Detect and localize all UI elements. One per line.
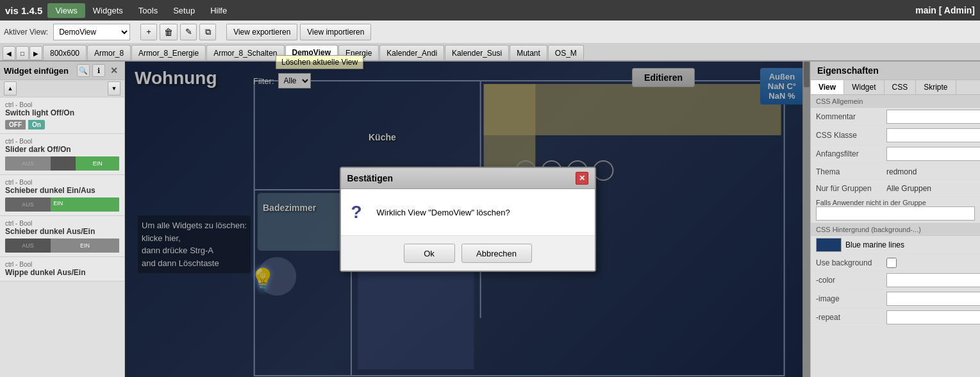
toolbar: Aktiver View: DemoView + 🗑 ✎ ⧉ View expo…: [0, 21, 980, 44]
tab-kalender-susi[interactable]: Kalender_Susi: [445, 45, 509, 60]
tab-mutant[interactable]: Mutant: [510, 45, 547, 60]
widget-meta-2: ctrl - Bool: [5, 138, 119, 145]
prop-input-kommentar[interactable]: [886, 110, 980, 124]
add-view-button[interactable]: +: [140, 24, 157, 40]
import-view-button[interactable]: View importieren: [300, 24, 371, 40]
tab-armor8-schalten[interactable]: Armor_8_Schalten: [206, 45, 284, 60]
menu-item-hilfe[interactable]: Hilfe: [203, 3, 235, 18]
tab-os-m[interactable]: OS_M: [548, 45, 584, 60]
prop-input-anfangsfilter[interactable]: [886, 147, 980, 161]
right-tabs: View Widget CSS Skripte: [811, 80, 980, 95]
prop-row-color: -color: [811, 271, 980, 290]
prop-input-repeat[interactable]: [886, 310, 980, 324]
modal-ok-button[interactable]: Ok: [404, 244, 455, 263]
prop-label-color: -color: [816, 276, 886, 285]
right-tab-css[interactable]: CSS: [884, 80, 917, 94]
menu-item-setup[interactable]: Setup: [165, 3, 203, 18]
prop-row-repeat: -repeat: [811, 308, 980, 327]
export-view-button[interactable]: View exportieren: [226, 24, 297, 40]
widget-name-5: Wippe dunkel Aus/Ein: [5, 268, 119, 277]
sidebar-header: Widget einfügen 🔍 ℹ ✕: [0, 62, 124, 80]
widget-item-slider-dark-offon[interactable]: ctrl - Bool Slider dark Off/On AUS EIN: [0, 134, 124, 175]
prop-row-gruppen: Nur für Gruppen Alle Gruppen: [811, 180, 980, 197]
tab-armor8-energie[interactable]: Armor_8_Energie: [131, 45, 206, 60]
prop-label-anfangsfilter: Anfangsfilter: [816, 149, 886, 158]
widget-name-4: Schieber dunkel Aus/Ein: [5, 227, 119, 236]
menu-item-views[interactable]: Views: [47, 3, 85, 18]
css-allgemein-label: CSS Allgemein: [811, 95, 980, 108]
modal-overlay: Bestätigen ✕ ? Wirklich View "DemoView" …: [125, 62, 810, 377]
prop-label-css-klasse: CSS Klasse: [816, 131, 886, 140]
widget-meta-3: ctrl - Bool: [5, 179, 119, 186]
prop-row-falls-anwender: Falls Anwender nicht in der Gruppe: [811, 197, 980, 223]
prop-input-falls-anwender[interactable]: [816, 206, 975, 221]
prop-input-color[interactable]: [886, 273, 980, 287]
sidebar-scroll-down[interactable]: ▼: [108, 81, 120, 96]
prop-label-kommentar: Kommentar: [816, 112, 886, 121]
right-sidebar-title: Eigenschaften: [811, 62, 980, 80]
modal-message: Wirklich View "DemoView" löschen?: [377, 208, 585, 217]
prop-row-anfangsfilter: Anfangsfilter: [811, 145, 980, 163]
css-bg-label: CSS Hintergrund (background-...): [811, 223, 980, 236]
prop-row-image: -image: [811, 290, 980, 308]
delete-view-button[interactable]: 🗑: [160, 24, 178, 40]
use-background-checkbox[interactable]: [886, 258, 897, 268]
widget-slider-preview-3: AUS EIN: [5, 197, 119, 212]
modal-header: Bestätigen ✕: [341, 168, 595, 189]
right-sidebar: Eigenschaften View Widget CSS Skripte CS…: [810, 62, 980, 377]
color-swatch-label: Blue marine lines: [845, 240, 904, 249]
widget-item-schieber-einaus[interactable]: ctrl - Bool Schieber dunkel Ein/Aus AUS …: [0, 175, 124, 216]
copy-view-button[interactable]: ⧉: [199, 24, 216, 40]
main-layout: Widget einfügen 🔍 ℹ ✕ ▲ ▼ ctrl - Bool Sw…: [0, 62, 980, 377]
prop-value-thema: redmond: [886, 167, 917, 176]
prop-row-thema: Thema redmond: [811, 163, 980, 180]
sidebar-close-btn[interactable]: ✕: [108, 64, 120, 77]
widget-meta-1: ctrl - Bool: [5, 101, 119, 108]
widget-switch-preview-1: OFF On: [5, 120, 119, 130]
widget-item-wippe[interactable]: ctrl - Bool Wippe dunkel Aus/Ein: [0, 257, 124, 281]
prop-label-image: -image: [816, 294, 886, 303]
modal-close-btn[interactable]: ✕: [576, 172, 588, 185]
sidebar-search-btn[interactable]: 🔍: [77, 64, 90, 77]
prop-label-thema: Thema: [816, 167, 886, 176]
tab-nav-next[interactable]: ▶: [29, 46, 42, 60]
prop-input-css-klasse[interactable]: [886, 128, 980, 142]
prop-label-falls-anwender: Falls Anwender nicht in der Gruppe: [816, 199, 975, 206]
sidebar-scroll-area: ▲ ▼: [0, 80, 124, 97]
aktiver-view-select[interactable]: DemoView: [53, 24, 130, 40]
modal-footer: Ok Abbrechen: [341, 235, 595, 271]
widget-slider-preview-2: AUS EIN: [5, 156, 119, 171]
app-title: vis 1.4.5: [5, 5, 42, 16]
edit-view-button[interactable]: ✎: [180, 24, 197, 40]
tab-kalender-andi[interactable]: Kalender_Andi: [379, 45, 444, 60]
tab-nav-prev[interactable]: ◀: [3, 46, 15, 60]
sidebar-scroll-up[interactable]: ▲: [4, 81, 17, 96]
left-sidebar: Widget einfügen 🔍 ℹ ✕ ▲ ▼ ctrl - Bool Sw…: [0, 62, 125, 377]
prop-label-gruppen: Nur für Gruppen: [816, 184, 886, 193]
prop-label-use-bg: Use background: [816, 258, 886, 267]
confirm-dialog: Bestätigen ✕ ? Wirklich View "DemoView" …: [340, 167, 596, 272]
modal-cancel-button[interactable]: Abbrechen: [461, 244, 532, 263]
tab-armor8[interactable]: Armor_8: [87, 45, 131, 60]
prop-row-kommentar: Kommentar: [811, 108, 980, 126]
menu-item-widgets[interactable]: Widgets: [85, 3, 131, 18]
modal-title: Bestätigen: [347, 173, 394, 183]
color-swatch[interactable]: [816, 238, 842, 252]
modal-body: ? Wirklich View "DemoView" löschen?: [341, 189, 595, 235]
menu-item-tools[interactable]: Tools: [131, 3, 165, 18]
right-tab-skripte[interactable]: Skripte: [916, 80, 956, 94]
prop-row-use-bg: Use background: [811, 255, 980, 271]
widget-meta-5: ctrl - Bool: [5, 261, 119, 268]
right-tab-view[interactable]: View: [811, 80, 844, 94]
widget-item-switch-light[interactable]: ctrl - Bool Switch light Off/On OFF On: [0, 97, 124, 134]
switch-on-label-1: On: [28, 120, 45, 130]
sidebar-info-btn[interactable]: ℹ: [92, 64, 105, 77]
tab-800x600[interactable]: 800x600: [43, 45, 87, 60]
widget-item-schieber-ausein[interactable]: ctrl - Bool Schieber dunkel Aus/Ein AUS …: [0, 216, 124, 257]
tab-bar: ◀ □ ▶ 800x600 Armor_8 Armor_8_Energie Ar…: [0, 44, 980, 62]
sidebar-title: Widget einfügen: [4, 66, 74, 76]
tab-nav-add[interactable]: □: [16, 46, 29, 60]
right-tab-widget[interactable]: Widget: [844, 80, 884, 94]
prop-input-image[interactable]: [886, 292, 980, 306]
modal-question-mark: ?: [351, 202, 370, 222]
